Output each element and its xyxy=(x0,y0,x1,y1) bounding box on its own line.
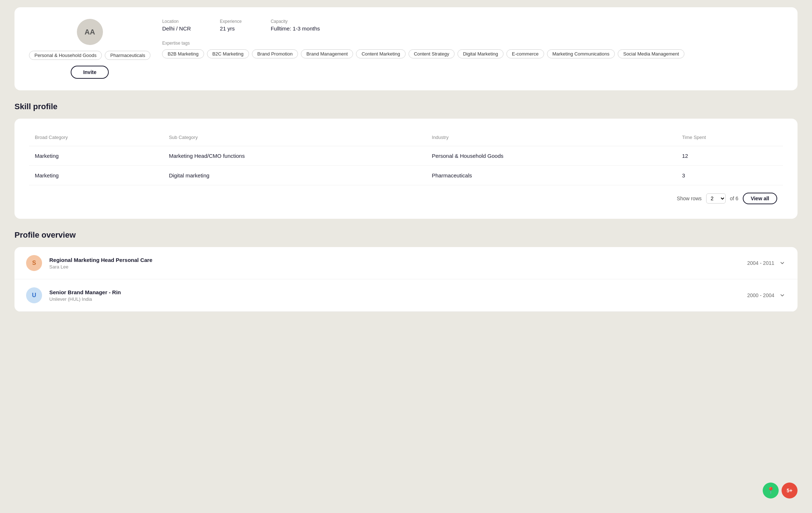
location-item: Location Delhi / NCR xyxy=(162,19,191,32)
sara-title: Regional Marketing Head Personal Care xyxy=(49,257,740,263)
sara-company: Sara Lee xyxy=(49,264,740,270)
chevron-down-icon[interactable] xyxy=(779,259,786,267)
sara-right: 2004 - 2011 xyxy=(747,259,786,267)
cell-time-1: 12 xyxy=(676,146,783,166)
overview-info-unilever: Senior Brand Manager - Rin Unilever (HUL… xyxy=(49,289,740,302)
capacity-item: Capacity Fulltime: 1-3 months xyxy=(271,19,320,32)
tag-mktg-comms: Marketing Communications xyxy=(547,49,615,58)
tag-ecommerce: E-commerce xyxy=(506,49,544,58)
of-label: of 6 xyxy=(730,196,738,201)
avatar-unilever: U xyxy=(26,287,42,303)
tag-b2c: B2C Marketing xyxy=(207,49,249,58)
tag-digital-mktg: Digital Marketing xyxy=(457,49,504,58)
tag-content-strat: Content Strategy xyxy=(409,49,455,58)
experience-label: Experience xyxy=(220,19,242,24)
expertise-tags: B2B Marketing B2C Marketing Brand Promot… xyxy=(162,49,783,58)
capacity-label: Capacity xyxy=(271,19,320,24)
profile-overview-card: S Regional Marketing Head Personal Care … xyxy=(14,247,798,312)
col-time-spent: Time Spent xyxy=(676,130,783,146)
tag-personal-goods: Personal & Household Goods xyxy=(29,51,102,60)
skill-profile-card: Broad Category Sub Category Industry Tim… xyxy=(14,119,798,219)
cell-time-2: 3 xyxy=(676,166,783,185)
skill-table: Broad Category Sub Category Industry Tim… xyxy=(29,130,783,185)
industry-tags: Personal & Household Goods Pharmaceutica… xyxy=(29,51,150,60)
unilever-company: Unilever (HUL) India xyxy=(49,296,740,302)
show-rows-label: Show rows xyxy=(677,196,701,201)
chevron-down-icon[interactable] xyxy=(779,292,786,299)
expertise-label: Expertise tags xyxy=(162,41,783,46)
notification-badge[interactable]: 5+ xyxy=(782,483,798,498)
cell-sub-2: Digital marketing xyxy=(163,166,426,185)
overview-row-sara: S Regional Marketing Head Personal Care … xyxy=(14,247,798,279)
unilever-right: 2000 - 2004 xyxy=(747,292,786,299)
floating-badges: 📍 5+ xyxy=(763,483,798,498)
tag-content-mktg: Content Marketing xyxy=(356,49,405,58)
profile-right: Location Delhi / NCR Experience 21 yrs C… xyxy=(162,19,783,58)
avatar-sara: S xyxy=(26,255,42,271)
sara-years: 2004 - 2011 xyxy=(747,260,774,266)
cell-broad-2: Marketing xyxy=(29,166,163,185)
col-industry: Industry xyxy=(426,130,676,146)
tag-brand-promo: Brand Promotion xyxy=(252,49,298,58)
tag-pharma: Pharmaceuticals xyxy=(105,51,150,60)
tag-brand-mgmt: Brand Management xyxy=(301,49,353,58)
overview-info-sara: Regional Marketing Head Personal Care Sa… xyxy=(49,257,740,270)
tag-social-media: Social Media Management xyxy=(618,49,684,58)
skill-profile-heading: Skill profile xyxy=(14,102,798,111)
capacity-value: Fulltime: 1-3 months xyxy=(271,25,320,32)
profile-left: AA Personal & Household Goods Pharmaceut… xyxy=(29,19,150,79)
profile-card: AA Personal & Household Goods Pharmaceut… xyxy=(14,7,798,90)
skill-profile-section: Skill profile Broad Category Sub Categor… xyxy=(14,102,798,219)
cell-industry-1: Personal & Household Goods xyxy=(426,146,676,166)
table-row: Marketing Marketing Head/CMO functions P… xyxy=(29,146,783,166)
unilever-years: 2000 - 2004 xyxy=(747,292,774,298)
table-footer: Show rows 2 5 10 of 6 View all xyxy=(29,185,783,207)
invite-button[interactable]: Invite xyxy=(71,66,109,79)
cell-industry-2: Pharmaceuticals xyxy=(426,166,676,185)
profile-overview-section: Profile overview S Regional Marketing He… xyxy=(14,230,798,312)
overview-row-unilever: U Senior Brand Manager - Rin Unilever (H… xyxy=(14,279,798,312)
cell-sub-1: Marketing Head/CMO functions xyxy=(163,146,426,166)
col-broad-category: Broad Category xyxy=(29,130,163,146)
rows-select[interactable]: 2 5 10 xyxy=(706,193,726,204)
unilever-title: Senior Brand Manager - Rin xyxy=(49,289,740,295)
avatar: AA xyxy=(77,19,103,45)
location-badge[interactable]: 📍 xyxy=(763,483,779,498)
table-row: Marketing Digital marketing Pharmaceutic… xyxy=(29,166,783,185)
col-sub-category: Sub Category xyxy=(163,130,426,146)
profile-overview-heading: Profile overview xyxy=(14,230,798,240)
tag-b2b: B2B Marketing xyxy=(162,49,204,58)
meta-row: Location Delhi / NCR Experience 21 yrs C… xyxy=(162,19,783,32)
experience-item: Experience 21 yrs xyxy=(220,19,242,32)
location-value: Delhi / NCR xyxy=(162,25,191,32)
location-label: Location xyxy=(162,19,191,24)
experience-value: 21 yrs xyxy=(220,25,235,32)
view-all-button[interactable]: View all xyxy=(743,193,777,204)
cell-broad-1: Marketing xyxy=(29,146,163,166)
